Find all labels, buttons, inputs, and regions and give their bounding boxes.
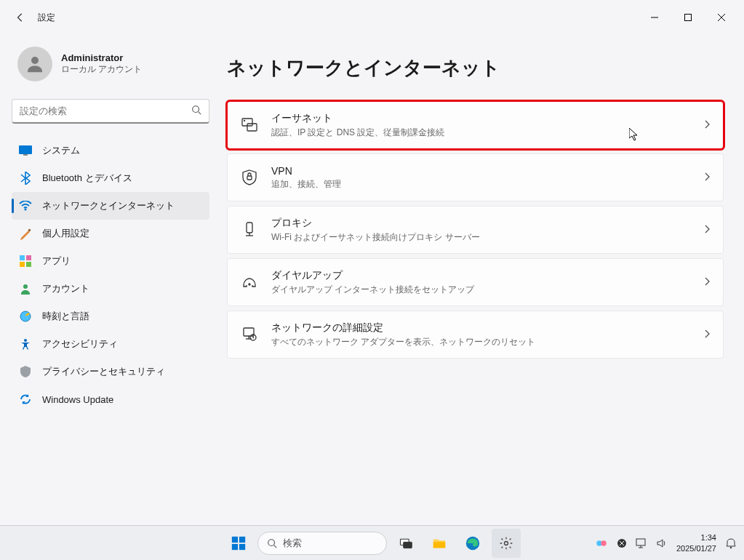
card-title: ネットワークの詳細設定 xyxy=(271,321,704,335)
svg-rect-14 xyxy=(26,262,31,267)
svg-point-50 xyxy=(730,546,732,548)
back-button[interactable] xyxy=(6,3,35,32)
nav-label: アクセシビリティ xyxy=(42,337,118,351)
edge-button[interactable] xyxy=(458,529,487,558)
taskbar-clock[interactable]: 1:34 2025/01/27 xyxy=(676,532,716,553)
card-proxy[interactable]: プロキシ Wi-Fi およびイーサネット接続向けプロキシ サーバー xyxy=(227,206,724,254)
taskview-button[interactable] xyxy=(391,529,420,558)
card-title: ダイヤルアップ xyxy=(271,269,704,282)
ethernet-icon xyxy=(241,118,258,132)
dialup-icon xyxy=(241,276,258,288)
avatar xyxy=(17,47,52,81)
profile-name: Administrator xyxy=(61,52,142,63)
minimize-button[interactable] xyxy=(638,6,671,29)
window-title: 設定 xyxy=(38,12,55,24)
svg-rect-22 xyxy=(247,176,252,180)
close-button[interactable] xyxy=(705,6,738,29)
card-title: VPN xyxy=(271,165,704,177)
tray-copilot-icon[interactable] xyxy=(595,537,608,550)
bluetooth-icon xyxy=(19,172,32,185)
svg-point-43 xyxy=(601,540,607,546)
nav-item-accessibility[interactable]: アクセシビリティ xyxy=(12,330,209,358)
nav-item-account[interactable]: アカウント xyxy=(12,275,209,303)
profile-sub: ローカル アカウント xyxy=(61,63,142,76)
chevron-right-icon xyxy=(704,277,710,288)
explorer-button[interactable] xyxy=(425,529,454,558)
tray-notifications-icon[interactable] xyxy=(725,537,737,549)
nav-label: 個人用設定 xyxy=(42,227,89,240)
nav-label: Windows Update xyxy=(42,394,113,405)
svg-point-15 xyxy=(23,284,28,289)
network-icon xyxy=(19,199,32,212)
search-icon xyxy=(191,105,201,117)
svg-rect-47 xyxy=(636,539,645,545)
nav-item-privacy[interactable]: プライバシーとセキュリティ xyxy=(12,358,209,385)
taskbar: 検索 1:34 2025/01/27 xyxy=(0,525,744,560)
start-button[interactable] xyxy=(224,529,253,558)
card-ethernet[interactable]: イーサネット 認証、IP 設定と DNS 設定、従量制課金接続 xyxy=(227,101,724,149)
card-sub: ダイヤルアップ インターネット接続をセットアップ xyxy=(271,284,704,296)
svg-point-35 xyxy=(268,539,274,545)
advanced-icon xyxy=(241,327,258,342)
tray-status-icon[interactable] xyxy=(617,538,627,548)
personalize-icon xyxy=(19,227,32,240)
profile-block[interactable]: Administrator ローカル アカウント xyxy=(12,35,209,96)
taskbar-search[interactable]: 検索 xyxy=(257,532,387,555)
card-dialup[interactable]: ダイヤルアップ ダイヤルアップ インターネット接続をセットアップ xyxy=(227,258,724,306)
nav-label: システム xyxy=(42,144,80,157)
maximize-button[interactable] xyxy=(671,6,705,29)
svg-rect-7 xyxy=(19,145,32,154)
card-advanced[interactable]: ネットワークの詳細設定 すべてのネットワーク アダプターを表示、ネットワークのリ… xyxy=(227,311,724,359)
nav-label: アプリ xyxy=(42,255,71,268)
nav-item-time[interactable]: 時刻と言語 xyxy=(12,303,209,330)
svg-rect-32 xyxy=(239,536,244,542)
page-title: ネットワークとインターネット xyxy=(227,55,724,81)
svg-point-41 xyxy=(504,541,508,545)
taskbar-search-placeholder: 検索 xyxy=(283,537,302,550)
chevron-right-icon xyxy=(704,329,710,340)
chevron-right-icon xyxy=(704,225,710,236)
card-title: プロキシ xyxy=(271,217,704,230)
card-vpn[interactable]: VPN 追加、接続、管理 xyxy=(227,153,724,201)
tray-network-icon[interactable] xyxy=(636,538,647,548)
system-icon xyxy=(19,144,32,157)
nav-item-apps[interactable]: アプリ xyxy=(12,247,209,275)
nav-item-personalize[interactable]: 個人用設定 xyxy=(12,220,209,247)
update-icon xyxy=(19,393,32,406)
tray-volume-icon[interactable] xyxy=(656,538,668,548)
settings-button[interactable] xyxy=(492,529,521,558)
sidebar: Administrator ローカル アカウント システムBluetooth と… xyxy=(0,35,218,525)
search-box[interactable] xyxy=(12,99,209,124)
apps-icon xyxy=(19,255,32,268)
search-input[interactable] xyxy=(20,105,191,116)
svg-point-26 xyxy=(249,284,250,285)
svg-rect-11 xyxy=(20,255,25,260)
card-sub: 認証、IP 設定と DNS 設定、従量制課金接続 xyxy=(271,127,704,139)
svg-rect-12 xyxy=(26,255,31,260)
proxy-icon xyxy=(241,222,258,238)
nav-item-update[interactable]: Windows Update xyxy=(12,385,209,413)
card-title: イーサネット xyxy=(271,112,704,125)
nav-label: Bluetooth とデバイス xyxy=(42,172,132,185)
titlebar: 設定 xyxy=(0,0,744,35)
nav-label: プライバシーとセキュリティ xyxy=(42,365,165,378)
svg-rect-23 xyxy=(247,223,252,233)
svg-point-4 xyxy=(31,57,39,64)
svg-rect-8 xyxy=(23,154,28,156)
vpn-icon xyxy=(241,169,258,185)
chevron-right-icon xyxy=(704,172,710,183)
svg-point-21 xyxy=(244,121,245,121)
svg-rect-33 xyxy=(231,543,237,549)
nav-label: ネットワークとインターネット xyxy=(42,199,175,212)
accessibility-icon xyxy=(19,337,32,351)
svg-rect-34 xyxy=(239,543,244,549)
nav-item-bluetooth[interactable]: Bluetooth とデバイス xyxy=(12,164,209,192)
account-icon xyxy=(19,282,32,295)
chevron-right-icon xyxy=(704,120,710,131)
time-icon xyxy=(19,310,32,323)
nav-item-system[interactable]: システム xyxy=(12,137,209,164)
svg-line-36 xyxy=(273,545,276,548)
svg-rect-1 xyxy=(685,15,692,21)
svg-point-18 xyxy=(24,339,27,342)
nav-item-network[interactable]: ネットワークとインターネット xyxy=(12,192,209,220)
